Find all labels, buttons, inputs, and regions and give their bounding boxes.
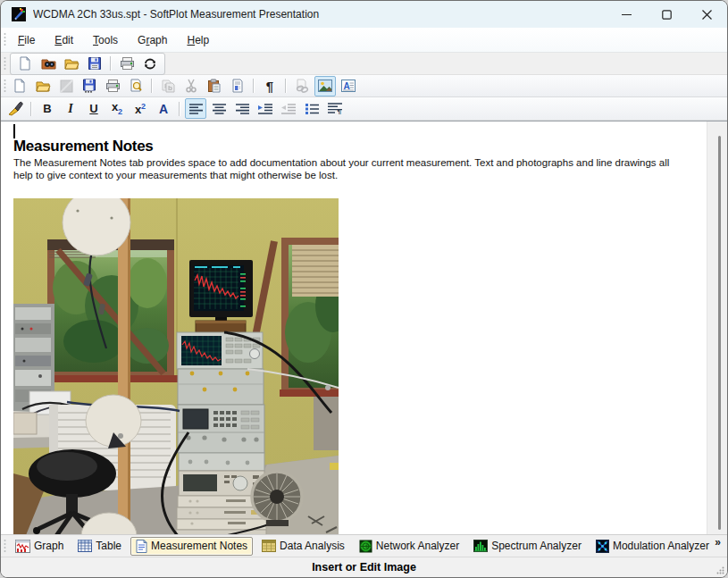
open-page-button[interactable] [32, 76, 54, 96]
scrollbar-thumb[interactable] [718, 136, 721, 530]
svg-text:¶: ¶ [338, 107, 342, 114]
menubar-grip[interactable] [1, 32, 8, 48]
tab-spectrum-analyzer[interactable]: Spectrum Analyzer [468, 537, 587, 555]
graph-tab-icon [15, 540, 30, 553]
tab-network-analyzer[interactable]: Network Analyzer [354, 537, 464, 556]
editor-toolbar: Fb ¶ A [1, 75, 727, 97]
maximize-icon [662, 10, 672, 20]
resize-grip[interactable] [716, 566, 724, 574]
close-button[interactable] [687, 1, 727, 28]
insert-image-button[interactable] [314, 76, 336, 96]
print-page-icon [105, 79, 121, 93]
toolbar-separator [151, 79, 153, 93]
open-file-button[interactable] [61, 54, 82, 74]
menu-tools[interactable]: Tools [83, 30, 128, 50]
pilcrow-button[interactable]: ¶ [259, 76, 280, 96]
copy-icon [231, 79, 244, 93]
vertical-scrollbar[interactable] [707, 121, 727, 534]
lab-photo[interactable] [13, 198, 339, 534]
menu-file[interactable]: File [8, 30, 45, 50]
menu-help[interactable]: Help [177, 30, 219, 50]
align-center-button[interactable] [208, 98, 230, 119]
rich-text-editor[interactable]: Measurement Notes The Measurement Notes … [8, 121, 707, 534]
save-file-button[interactable] [84, 54, 105, 74]
bullet-list-button[interactable] [301, 98, 322, 119]
app-window: WCDMA 2Ch 33us.spt - SoftPlot Measuremen… [0, 0, 728, 578]
find-file-icon [41, 56, 56, 71]
save-page-icon [82, 79, 96, 93]
new-page-button[interactable] [9, 76, 30, 96]
view-tab-bar: Graph Table Measurement Notes Data Analy… [1, 534, 727, 557]
menu-graph[interactable]: Graph [128, 30, 177, 50]
copy-button[interactable] [227, 76, 248, 96]
status-message: Insert or Edit Image [312, 561, 416, 574]
print-preview-icon [129, 79, 143, 93]
menu-bar: File Edit Tools Graph Help [1, 28, 727, 53]
tabbar-grip[interactable] [1, 538, 8, 554]
cut-button[interactable] [180, 76, 202, 96]
tab-overflow-chevron[interactable]: » [715, 536, 721, 549]
toolbar-separator [110, 56, 112, 71]
status-bar: Insert or Edit Image [1, 557, 727, 577]
tab-measurement-notes[interactable]: Measurement Notes [130, 537, 253, 556]
refresh-icon [142, 57, 158, 71]
tab-label: Data Analysis [280, 540, 345, 552]
indent-decrease-button[interactable] [278, 98, 299, 119]
paste-button[interactable] [204, 76, 225, 96]
paste-icon [207, 79, 222, 93]
new-document-button[interactable] [14, 54, 36, 74]
refresh-button[interactable] [139, 54, 161, 74]
tab-label: Modulation Analyzer [613, 540, 709, 552]
find-file-button[interactable] [38, 54, 59, 74]
insert-link-icon [295, 79, 310, 93]
modulation-analyzer-tab-icon [596, 540, 609, 553]
cut-icon [185, 79, 197, 93]
underline-button[interactable]: U [83, 98, 105, 119]
title-bar[interactable]: WCDMA 2Ch 33us.spt - SoftPlot Measuremen… [1, 1, 727, 28]
minimize-button[interactable] [607, 1, 647, 28]
toolbar-separator [30, 102, 32, 116]
print-button[interactable] [116, 54, 138, 74]
minimize-icon [622, 10, 632, 20]
import-button[interactable] [55, 76, 77, 96]
menu-edit[interactable]: Edit [45, 30, 83, 50]
print-page-button[interactable] [102, 76, 123, 96]
file-toolbar-grip[interactable] [1, 55, 8, 71]
text-caret [13, 124, 15, 138]
maximize-button[interactable] [647, 1, 687, 28]
font-color-button[interactable]: A [153, 98, 174, 119]
align-right-button[interactable] [231, 98, 253, 119]
indent-decrease-icon [281, 104, 296, 114]
format-copy-button[interactable]: Fb [157, 76, 179, 96]
subscript-button[interactable]: x2 [106, 98, 128, 119]
format-painter-button[interactable] [4, 98, 26, 119]
new-page-icon [13, 79, 27, 93]
italic-button[interactable]: I [60, 98, 81, 119]
file-toolbar [1, 53, 727, 75]
save-page-button[interactable] [79, 76, 100, 96]
tab-table[interactable]: Table [72, 537, 127, 555]
paragraph-format-button[interactable]: ¶ [324, 98, 346, 119]
indent-increase-button[interactable] [255, 98, 276, 119]
insert-textframe-button[interactable]: A [338, 76, 359, 96]
tab-label: Table [96, 540, 121, 552]
tab-modulation-analyzer[interactable]: Modulation Analyzer [590, 537, 715, 556]
close-icon [702, 10, 712, 20]
yellow-tool [330, 463, 339, 470]
editor-toolbar-grip[interactable] [1, 78, 8, 94]
document-area[interactable]: Measurement Notes The Measurement Notes … [1, 121, 727, 534]
bold-button[interactable]: B [37, 98, 58, 119]
print-preview-button[interactable] [125, 76, 146, 96]
align-left-icon [189, 104, 203, 114]
document-heading: Measurement Notes [13, 138, 707, 155]
new-document-icon [18, 56, 32, 71]
align-left-button[interactable] [185, 98, 206, 119]
tab-graph[interactable]: Graph [10, 537, 69, 556]
bullet-list-icon [305, 104, 319, 114]
superscript-button[interactable]: x2 [130, 98, 151, 119]
insert-link-button[interactable] [291, 76, 313, 96]
tab-label: Spectrum Analyzer [491, 540, 582, 552]
notes-tab-icon [136, 540, 147, 553]
tab-data-analysis[interactable]: Data Analysis [256, 537, 350, 555]
data-analysis-tab-icon [262, 540, 276, 552]
